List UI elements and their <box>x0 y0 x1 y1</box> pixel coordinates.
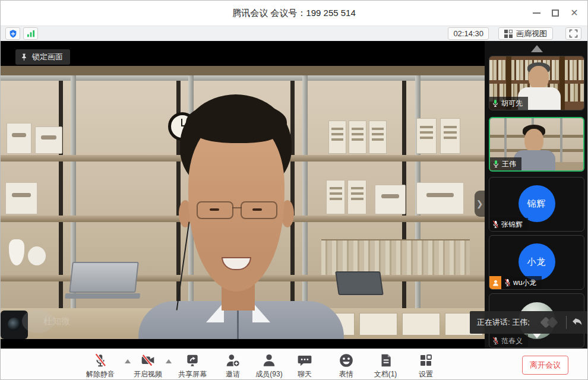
sidebar-collapse-toggle[interactable]: ❯ <box>475 191 485 217</box>
top-toolbar: 02:14:30 画廊视图 <box>1 26 587 41</box>
participant-avatar: 锦辉 <box>519 185 555 222</box>
member-role-badge-icon <box>489 276 501 289</box>
minimize-icon <box>533 12 540 14</box>
start-video-button[interactable]: 开启视频 <box>127 352 169 379</box>
lock-view-button[interactable]: 锁定画面 <box>15 49 70 65</box>
settings-icon <box>405 352 447 369</box>
invite-user-icon <box>212 352 254 369</box>
speaking-indicator-text: 正在讲话: 王伟; <box>477 317 530 328</box>
minimize-button[interactable] <box>527 1 546 26</box>
participant-name: wu小龙 <box>513 278 536 288</box>
participant-name-tag: 范春义 <box>489 334 528 347</box>
mic-on-icon <box>490 157 502 170</box>
documents-button[interactable]: 文档(1) <box>365 352 406 379</box>
emoji-label: 表情 <box>325 369 367 379</box>
participant-name: 王伟 <box>502 159 516 169</box>
participants-sidebar: 胡可先 <box>485 41 588 349</box>
meeting-security-button[interactable] <box>5 27 20 40</box>
participant-avatar: 小龙 <box>519 243 555 280</box>
window-title: 腾讯会议 会议号：199 255 514 <box>1 1 587 26</box>
documents-label: 文档(1) <box>365 369 406 379</box>
pin-icon <box>20 53 28 61</box>
banner-divider <box>566 316 567 329</box>
settings-label: 设置 <box>405 369 447 379</box>
share-screen-label: 共享屏幕 <box>172 369 213 379</box>
gallery-view-button[interactable]: 画廊视图 <box>498 27 553 40</box>
bottom-toolbar: 解除静音 开启视频 共享屏幕 邀请 成员(93) <box>1 349 588 380</box>
invite-label: 邀请 <box>212 369 254 379</box>
participant-name-tag: 张锦辉 <box>489 218 528 231</box>
meeting-content: 锁定画面 杜知微 ❯ <box>1 41 588 349</box>
reply-arrow-icon[interactable] <box>572 318 583 327</box>
mic-muted-icon <box>489 218 501 231</box>
participant-tile-wangwei[interactable]: 王伟 <box>489 117 584 172</box>
participant-tile-wuxiaolong[interactable]: 小龙 wu小龙 <box>489 235 584 290</box>
close-icon: ✕ <box>570 8 578 18</box>
start-video-label: 开启视频 <box>127 369 169 379</box>
maximize-button[interactable] <box>546 1 565 26</box>
participant-tile-zhangjinhui[interactable]: 锦辉 张锦辉 <box>489 177 584 232</box>
shield-icon <box>8 29 18 39</box>
close-button[interactable]: ✕ <box>565 1 584 26</box>
gallery-view-label: 画廊视图 <box>516 28 547 39</box>
maximize-icon <box>552 10 559 17</box>
settings-button[interactable]: 设置 <box>405 352 447 379</box>
mic-on-icon <box>489 97 501 110</box>
tencent-meeting-window: 腾讯会议 会议号：199 255 514 ✕ 02:14:30 画廊视图 <box>0 0 588 380</box>
titlebar: 腾讯会议 会议号：199 255 514 ✕ <box>1 1 587 26</box>
camera-off-icon <box>127 352 169 369</box>
emoji-icon <box>325 352 367 369</box>
mic-muted-icon <box>489 334 501 347</box>
participant-name-tag: 王伟 <box>490 157 521 170</box>
invite-button[interactable]: 邀请 <box>212 352 254 379</box>
chat-icon <box>284 352 325 369</box>
share-screen-icon <box>172 352 213 369</box>
leave-meeting-button[interactable]: 离开会议 <box>522 356 568 375</box>
unmute-label: 解除静音 <box>80 369 121 379</box>
viewer-watermark: 杜知微 <box>22 309 70 333</box>
main-video-stage: 锁定画面 杜知微 ❯ <box>1 41 485 349</box>
mic-muted-icon <box>501 276 513 289</box>
fullscreen-icon <box>569 29 578 38</box>
chat-button[interactable]: 聊天 <box>284 352 325 379</box>
emoji-button[interactable]: 表情 <box>325 352 367 379</box>
chat-label: 聊天 <box>284 369 325 379</box>
speaker-person <box>1 66 485 339</box>
participant-name: 胡可先 <box>501 99 523 109</box>
participant-tile-hukexian[interactable]: 胡可先 <box>489 56 584 110</box>
leave-meeting-label: 离开会议 <box>530 360 561 370</box>
document-icon <box>365 352 406 369</box>
participant-name: 范春义 <box>501 336 523 346</box>
chevron-right-icon: ❯ <box>476 199 483 208</box>
scroll-up-arrow[interactable] <box>531 45 543 52</box>
tencent-meeting-logo-icon <box>540 316 561 329</box>
participant-name-tag: 胡可先 <box>489 97 528 110</box>
grid-layout-icon <box>504 30 513 38</box>
participant-name-tag: wu小龙 <box>489 276 542 289</box>
meeting-timer: 02:14:30 <box>448 27 489 40</box>
fullscreen-button[interactable] <box>565 27 581 40</box>
network-quality-button[interactable] <box>23 27 38 40</box>
share-screen-button[interactable]: 共享屏幕 <box>172 352 213 379</box>
lock-view-label: 锁定画面 <box>32 52 63 62</box>
speaker-video-feed <box>1 66 485 339</box>
unmute-button[interactable]: 解除静音 <box>80 352 121 379</box>
speaking-indicator-banner: 正在讲话: 王伟; <box>470 311 588 334</box>
microphone-muted-icon <box>80 352 121 369</box>
participant-name: 张锦辉 <box>501 220 523 230</box>
signal-bars-icon <box>26 29 36 39</box>
video-options-caret[interactable] <box>166 359 172 363</box>
window-controls: ✕ <box>527 1 584 26</box>
